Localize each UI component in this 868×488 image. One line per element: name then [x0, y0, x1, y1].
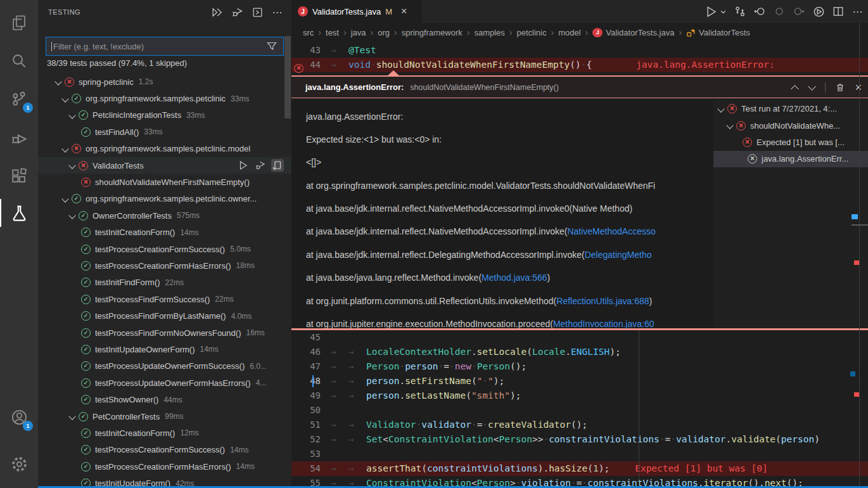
breadcrumb-item[interactable]: model — [558, 27, 592, 37]
test-tree-item[interactable]: testProcessUpdateOwnerFormSuccess() 6.0.… — [38, 358, 291, 375]
code-line[interactable]: 54 →→assertThat(constraintViolations).ha… — [291, 461, 868, 476]
run-dropdown-icon[interactable] — [719, 5, 727, 18]
test-tree-item[interactable]: testInitCreationForm() 12ms — [38, 425, 291, 441]
debug-all-tests-icon[interactable] — [231, 6, 243, 18]
test-tree-item[interactable]: testFindAll() 33ms — [38, 124, 291, 140]
code-line[interactable]: 43 →@Test — [291, 43, 868, 58]
code-line[interactable]: 46 →→LocaleContextHolder.setLocale(Local… — [291, 345, 868, 359]
test-tree-item[interactable]: spring-petclinic 1.2s — [38, 74, 291, 90]
reveal-test-icon[interactable] — [271, 159, 284, 172]
test-tree-item[interactable]: org.springframework.samples.petclinic.ow… — [38, 191, 291, 207]
chevron-down-icon[interactable] — [60, 93, 72, 105]
filter-icon[interactable] — [265, 40, 278, 53]
stack-trace-line[interactable]: at org.springframework.samples.petclinic… — [306, 176, 713, 199]
code-line[interactable]: 44 →void·shouldNotValidateWhenFirstNameE… — [291, 58, 868, 72]
run-and-debug-icon[interactable] — [0, 122, 38, 155]
run-test-icon[interactable] — [237, 159, 250, 172]
current-change-icon[interactable] — [773, 5, 786, 18]
stack-trace-line[interactable]: java.lang.AssertionError: — [306, 107, 713, 130]
stack-trace-line[interactable]: at java.base/jdk.internal.reflect.Native… — [306, 222, 713, 245]
breadcrumb-item[interactable]: springframework — [402, 27, 475, 37]
search-icon[interactable] — [0, 44, 38, 77]
test-tree-item[interactable]: org.springframework.samples.petclinic.mo… — [38, 141, 291, 157]
stack-trace-line[interactable]: <[]> — [306, 153, 713, 176]
code-line[interactable]: 53 — [291, 447, 868, 461]
close-peek-icon[interactable]: × — [855, 82, 862, 93]
split-editor-icon[interactable] — [832, 5, 845, 18]
chevron-down-icon[interactable] — [67, 160, 79, 171]
debug-test-icon[interactable] — [254, 159, 267, 172]
code-lines-top[interactable]: 43 →@Test 44 →void·shouldNotValidateWhen… — [291, 43, 868, 75]
test-tree-item[interactable]: PetControllerTests 99ms — [38, 408, 291, 425]
tab-validatortests[interactable]: J ValidatorTests.java M × — [291, 0, 422, 23]
sidebar-scrollbar[interactable] — [284, 36, 291, 119]
extensions-icon[interactable] — [0, 160, 38, 193]
breadcrumb-file[interactable]: J ValidatorTests.java — [592, 27, 686, 37]
test-tree-item[interactable]: testProcessFindFormSuccess() 22ms — [38, 291, 291, 307]
code-line[interactable]: 49 →→person.setLastName("smith"); — [291, 388, 868, 403]
previous-error-icon[interactable] — [791, 83, 800, 92]
test-result-item[interactable]: shouldNotValidateWhe... — [713, 117, 868, 134]
test-tree-item[interactable]: testShowOwner() 44ms — [38, 391, 291, 408]
test-tree-item[interactable]: testProcessCreationFormSuccess() 5.0ms — [38, 241, 291, 257]
chevron-down-icon[interactable] — [53, 76, 65, 87]
chevron-down-icon[interactable] — [67, 411, 79, 422]
test-tree-item[interactable]: testProcessFindFormByLastName() 4.0ms — [38, 307, 291, 324]
chevron-down-icon[interactable] — [67, 110, 79, 121]
close-tab-icon[interactable]: × — [401, 6, 407, 17]
code-line[interactable]: 50 — [291, 403, 868, 418]
previous-change-icon[interactable] — [753, 5, 766, 18]
stack-trace-line[interactable]: Expected size:<1> but was:<0> in: — [306, 130, 713, 153]
open-testing-editor-icon[interactable] — [251, 6, 264, 18]
run-java-icon[interactable] — [705, 5, 717, 18]
more-actions-icon[interactable]: ⋯ — [271, 6, 284, 18]
test-tree-item[interactable]: ValidatorTests — [38, 157, 291, 174]
breadcrumb-item[interactable]: test — [326, 27, 351, 37]
run-all-tests-icon[interactable] — [210, 6, 223, 18]
code-line[interactable]: 45 — [291, 330, 868, 345]
chevron-down-icon[interactable] — [67, 210, 79, 221]
breadcrumb-item[interactable]: src — [303, 27, 326, 37]
source-control-icon[interactable]: 1 — [0, 82, 38, 115]
test-tree-item[interactable]: testInitFindForm() 22ms — [38, 274, 291, 291]
chevron-down-icon[interactable] — [716, 103, 727, 115]
breadcrumb-item[interactable]: org — [378, 27, 401, 37]
testing-icon[interactable] — [0, 196, 38, 229]
next-change-icon[interactable] — [793, 5, 805, 18]
test-result-item[interactable]: Test run at 7/27/2021, 4:... — [713, 101, 868, 117]
test-tree-item[interactable]: testProcessUpdateOwnerFormHasErrors() 4.… — [38, 375, 291, 391]
stack-trace-line[interactable]: at org.junit.platform.commons.util.Refle… — [306, 292, 713, 314]
code-line[interactable]: 51 →→Validator·validator·=·createValidat… — [291, 418, 868, 432]
test-tree-item[interactable]: org.springframework.samples.petclinic 33… — [38, 90, 291, 106]
settings-gear-icon[interactable] — [0, 447, 38, 480]
run-coverage-icon[interactable] — [812, 5, 825, 18]
test-result-item[interactable]: Expected [1] but was [... — [713, 134, 868, 150]
explorer-icon[interactable] — [0, 6, 38, 39]
test-tree-item[interactable]: testProcessCreationFormHasErrors() 14ms — [38, 458, 291, 475]
test-tree-item[interactable]: testInitCreationForm() 14ms — [38, 224, 291, 241]
stack-trace-line[interactable]: at java.base/jdk.internal.reflect.Delega… — [306, 245, 713, 268]
stack-trace-line[interactable]: at org.junit.jupiter.engine.execution.Me… — [306, 314, 713, 328]
stack-trace-line[interactable]: at java.base/jdk.internal.reflect.Native… — [306, 199, 713, 222]
chevron-down-icon[interactable] — [60, 193, 72, 205]
test-tree-item[interactable]: testProcessCreationFormHasErrors() 18ms — [38, 257, 291, 274]
more-editor-actions-icon[interactable]: ⋯ — [852, 5, 864, 18]
test-tree-item[interactable]: PetclinicIntegrationTests 33ms — [38, 107, 291, 124]
compare-changes-icon[interactable] — [734, 5, 746, 18]
chevron-down-icon[interactable] — [60, 143, 72, 155]
test-result-item[interactable]: java.lang.AssertionErr... — [713, 151, 868, 167]
test-tree-item[interactable]: testProcessCreationFormSuccess() 14ms — [38, 442, 291, 458]
next-error-icon[interactable] — [808, 83, 817, 92]
test-tree-item[interactable]: testInitUpdateOwnerForm() 14ms — [38, 341, 291, 357]
breadcrumb-item[interactable]: samples — [474, 27, 516, 37]
test-tree-item[interactable]: shouldNotValidateWhenFirstNameEmpty() — [38, 174, 291, 190]
test-tree-item[interactable]: OwnerControllerTests 575ms — [38, 207, 291, 224]
stack-trace-line[interactable]: at java.base/java.lang.reflect.Method.in… — [306, 268, 713, 291]
code-lines-bottom[interactable]: 45 46 →→LocaleContextHolder.setLocale(Lo… — [291, 330, 868, 488]
test-tree-item[interactable]: testProcessFindFormNoOwnersFound() 16ms — [38, 324, 291, 341]
clear-results-trash-icon[interactable] — [834, 81, 846, 94]
breadcrumb-item[interactable]: java — [351, 27, 378, 37]
code-line[interactable]: 52 →→Set<ConstraintViolation<Person>>·co… — [291, 432, 868, 447]
filter-input[interactable]: Filter (e.g. text, !exclude) — [46, 37, 284, 56]
chevron-down-icon[interactable] — [725, 120, 736, 131]
